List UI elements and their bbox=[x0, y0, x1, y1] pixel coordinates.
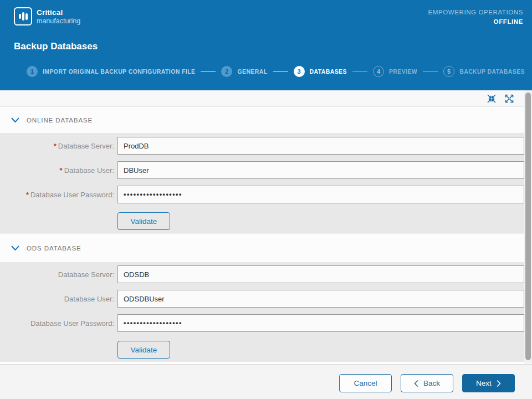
step-number: 4 bbox=[373, 66, 384, 77]
section-header-ods-database[interactable]: ODS DATABASE bbox=[0, 233, 532, 262]
step-number: 3 bbox=[294, 66, 305, 77]
field-label: *Database Server: bbox=[0, 142, 114, 150]
brand-name: Critical bbox=[37, 8, 80, 17]
ods-database-password-input[interactable] bbox=[117, 314, 524, 332]
tagline: EMPOWERING OPERATIONS bbox=[428, 9, 523, 16]
form-row-database-server: *Database Server: bbox=[0, 137, 532, 155]
critical-manufacturing-logo-icon bbox=[14, 7, 32, 25]
step-label: DATABASES bbox=[310, 68, 347, 75]
step-connector bbox=[352, 71, 367, 72]
chevron-right-icon bbox=[497, 380, 501, 387]
online-database-form: *Database Server: *Database User: *Datab… bbox=[0, 133, 532, 233]
step-number: 5 bbox=[443, 66, 454, 77]
app-window: Critical manufacturing EMPOWERING OPERAT… bbox=[0, 0, 532, 399]
step-backup-databases: 5 BACKUP DATABASES bbox=[443, 66, 525, 77]
step-label: PREVIEW bbox=[389, 68, 417, 75]
field-label: *Database User: bbox=[0, 166, 114, 175]
step-import-original-backup-configuration-file[interactable]: 1 IMPORT ORIGINAL BACKUP CONFIGURATION F… bbox=[27, 66, 195, 77]
step-preview: 4 PREVIEW bbox=[373, 66, 417, 77]
form-row-database-server: Database Server: bbox=[0, 265, 532, 283]
next-button[interactable]: Next bbox=[462, 374, 515, 392]
required-marker: * bbox=[60, 166, 63, 175]
brand-text: Critical manufacturing bbox=[37, 8, 80, 25]
field-label: Database User Password: bbox=[0, 319, 114, 328]
step-connector bbox=[273, 71, 288, 72]
required-marker: * bbox=[54, 142, 57, 150]
required-marker: * bbox=[26, 191, 29, 199]
field-label: *Database User Password: bbox=[0, 191, 114, 199]
section-title: ODS DATABASE bbox=[27, 245, 81, 252]
field-label: Database User: bbox=[0, 295, 114, 303]
chevron-down-icon[interactable] bbox=[11, 245, 19, 251]
step-connector bbox=[423, 71, 438, 72]
step-connector bbox=[201, 71, 216, 72]
cancel-button[interactable]: Cancel bbox=[339, 374, 392, 392]
ods-database-form: Database Server: Database User: Database… bbox=[0, 262, 532, 362]
chevron-left-icon bbox=[414, 380, 418, 387]
step-label: IMPORT ORIGINAL BACKUP CONFIGURATION FIL… bbox=[43, 68, 195, 75]
online-database-server-input[interactable] bbox=[117, 137, 524, 155]
collapse-all-icon[interactable] bbox=[487, 94, 497, 104]
chevron-down-icon[interactable] bbox=[11, 117, 19, 123]
top-banner: Critical manufacturing EMPOWERING OPERAT… bbox=[0, 0, 532, 90]
form-row-database-user-password: *Database User Password: bbox=[0, 186, 532, 203]
step-label: BACKUP DATABASES bbox=[459, 68, 525, 75]
step-label: GENERAL bbox=[237, 68, 267, 75]
online-database-user-input[interactable] bbox=[117, 161, 524, 179]
step-number: 2 bbox=[221, 66, 232, 77]
back-button[interactable]: Back bbox=[401, 374, 453, 392]
page-title: Backup Databases bbox=[14, 41, 98, 52]
step-number: 1 bbox=[27, 66, 38, 77]
online-database-password-input[interactable] bbox=[117, 186, 524, 203]
online-validate-button[interactable]: Validate bbox=[117, 212, 170, 230]
scrollbar-thumb[interactable] bbox=[525, 93, 531, 360]
ods-database-server-input[interactable] bbox=[117, 265, 524, 283]
validate-row: Validate bbox=[117, 341, 532, 359]
vertical-scrollbar[interactable] bbox=[524, 90, 532, 364]
panel-toolbar bbox=[0, 90, 532, 107]
ods-validate-button[interactable]: Validate bbox=[117, 341, 170, 359]
wizard-footer: Cancel Back Next bbox=[0, 364, 532, 399]
wizard-stepper: 1 IMPORT ORIGINAL BACKUP CONFIGURATION F… bbox=[27, 66, 525, 77]
step-databases[interactable]: 3 DATABASES bbox=[294, 66, 347, 77]
validate-row: Validate bbox=[117, 212, 532, 230]
brand-subname: manufacturing bbox=[37, 17, 80, 25]
ods-database-user-input[interactable] bbox=[117, 290, 524, 308]
section-header-online-database[interactable]: ONLINE DATABASE bbox=[0, 108, 532, 133]
form-row-database-user-password: Database User Password: bbox=[0, 314, 532, 332]
form-row-database-user: Database User: bbox=[0, 290, 532, 308]
status-badge: OFFLINE bbox=[494, 18, 523, 25]
step-general[interactable]: 2 GENERAL bbox=[221, 66, 267, 77]
section-title: ONLINE DATABASE bbox=[27, 117, 93, 124]
form-row-database-user: *Database User: bbox=[0, 161, 532, 179]
field-label: Database Server: bbox=[0, 270, 114, 279]
expand-all-icon[interactable] bbox=[504, 94, 514, 104]
